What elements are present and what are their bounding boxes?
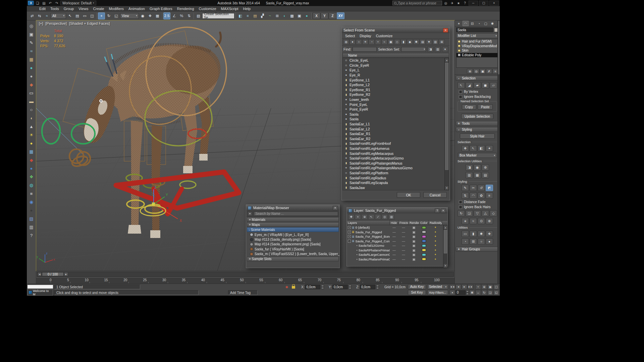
constrain-z-button[interactable]: Z (329, 12, 336, 19)
sun-icon[interactable]: ☀ (28, 131, 35, 138)
lines-icon[interactable]: ▥ (28, 224, 35, 230)
set-key-button[interactable]: Set Key (408, 290, 426, 295)
utilities-tab-icon[interactable]: ✱ (489, 21, 495, 26)
infocenter-search-input[interactable]: Type a keyword or phrase (392, 1, 442, 5)
hide-toggle[interactable]: — (390, 248, 398, 252)
freeze-toggle[interactable]: — (398, 257, 409, 261)
spinner-snap-toggle-icon[interactable]: ⇅ (185, 12, 193, 19)
render-toggle[interactable]: ▣ (409, 248, 419, 252)
go-to-end-button[interactable]: ►► (468, 284, 473, 289)
rectangular-selection-region-icon[interactable]: ▭ (81, 12, 88, 19)
column-header[interactable]: Render (409, 221, 419, 225)
pencil-icon[interactable]: ✎ (28, 39, 35, 46)
merge-selected-icon[interactable]: ⊞ (470, 238, 477, 245)
browser-options-icon[interactable]: ▼ (248, 212, 252, 216)
keyboard-override-toggle-icon[interactable]: ▦ (154, 12, 161, 19)
welcome-window[interactable]: Welcome to M (28, 289, 53, 296)
select-and-move-icon[interactable]: + (98, 12, 105, 19)
sign-in-icon[interactable]: ◎ (443, 1, 448, 5)
scene-object-row[interactable]: SaolaFrontRLegPhalangesManus (343, 161, 449, 166)
waves-icon[interactable]: ≈ (28, 48, 35, 54)
freeze-toggle[interactable]: — (398, 226, 409, 229)
zoom-extents-icon[interactable]: ▣ (487, 284, 493, 290)
modifier-stack-row[interactable]: Hair and Fur (WSM) (457, 39, 498, 44)
freeze-toggle[interactable]: — (398, 230, 409, 234)
dialog-menu-item[interactable]: Select (343, 34, 357, 38)
make-unique-button[interactable]: ▣ (480, 69, 486, 74)
select-layer-objects-icon[interactable]: ↖ (368, 214, 374, 220)
hair-cut-icon[interactable]: ✂ (470, 185, 477, 191)
menu-item[interactable]: MAXScript (219, 6, 241, 11)
menu-item[interactable]: Edit (37, 6, 48, 11)
create-tab-icon[interactable]: ✶ (456, 21, 462, 26)
expand-selection-icon[interactable]: ⊕ (482, 164, 489, 171)
select-object-icon[interactable]: ↖ (66, 12, 73, 19)
modifier-stack-row[interactable]: Skin (457, 48, 498, 53)
select-and-scale-icon[interactable]: ◱ (113, 12, 120, 19)
scene-material-row[interactable]: Saola_m ( VRayFastSSS2 ) [Lower_teeth, S… (246, 252, 339, 256)
expand-toggle-icon[interactable]: + (348, 231, 351, 234)
percent-snap-toggle-icon[interactable]: % (178, 12, 185, 19)
display-spacewarps-icon[interactable]: ≈ (381, 39, 387, 45)
close-icon[interactable]: × (333, 206, 338, 210)
menu-item[interactable]: Create (91, 6, 106, 11)
radiosity-toggle[interactable]: ✦ (429, 240, 442, 243)
radiosity-toggle[interactable]: ✦ (429, 258, 442, 261)
scene-object-row[interactable]: Circle_EyeR (343, 63, 449, 68)
render-toggle[interactable]: ▣ (409, 239, 419, 243)
attenuate-utility-icon[interactable]: ▭ (462, 231, 469, 237)
target-icon[interactable]: ◎ (28, 22, 35, 29)
previous-frame-arrow[interactable]: ◄ (38, 272, 42, 276)
stand-hairs-icon[interactable]: ◠ (470, 192, 477, 199)
expand-toggle-icon[interactable]: + (348, 226, 351, 229)
go-to-start-button[interactable]: ◄◄ (449, 284, 455, 289)
zoom-icon[interactable]: + (475, 284, 481, 290)
pop-zero-icon[interactable]: ◇ (490, 210, 497, 217)
ok-button[interactable]: OK (397, 192, 420, 198)
circle-icon[interactable]: ○ (28, 106, 35, 113)
list-view-icon[interactable]: ▤ (420, 39, 426, 45)
cube-icon[interactable]: ■ (28, 190, 35, 197)
clump-hairs-icon[interactable]: ≡ (486, 192, 493, 199)
hair-brush-icon[interactable]: ✎ (462, 185, 469, 191)
layer-properties-icon[interactable]: ▥ (388, 214, 394, 220)
menu-item[interactable]: Animation (126, 6, 147, 11)
cone-icon[interactable]: ▲ (28, 123, 35, 130)
blue-grid-icon[interactable]: ▦ (28, 148, 35, 155)
render-production-icon[interactable]: ● (303, 12, 310, 19)
select-element-icon[interactable]: ◼ (482, 82, 489, 88)
selection-lock-icon[interactable] (292, 286, 295, 289)
material-editor-icon[interactable]: ◐ (281, 12, 288, 19)
menu-item[interactable]: Tools (48, 6, 61, 11)
visibility-bulb-icon[interactable] (458, 49, 461, 52)
expand-all-icon[interactable]: ⊞ (439, 39, 445, 45)
name-column-header[interactable]: Name (342, 53, 449, 58)
recomb-icon[interactable]: ∗ (462, 218, 469, 224)
scene-object-row[interactable]: SaolaFrontRLegScapula (343, 180, 449, 185)
hide-toggle[interactable]: — (390, 257, 398, 261)
edit-named-selection-sets-icon[interactable]: ▧ (195, 12, 202, 19)
select-and-link-icon[interactable]: ⇄ (29, 12, 36, 19)
invert-selection-icon[interactable]: ◨ (466, 164, 473, 171)
layer-row[interactable]: SaolaRPhalanxPrimaGi... — — ▣ ✦ (347, 248, 447, 253)
undo-styling-icon[interactable]: ↺ (478, 185, 485, 191)
constrain-x-button[interactable]: X (313, 12, 320, 19)
column-header[interactable]: Freeze (398, 221, 409, 225)
layer-row[interactable]: SaolaTail12Gizmo — — ▣ ✦ (347, 243, 447, 248)
menu-item[interactable]: Help (241, 6, 253, 11)
time-slider-handle[interactable]: 0 / 100 (42, 272, 64, 276)
time-configuration-button[interactable]: ▦ (469, 290, 475, 295)
cancel-button[interactable]: Cancel (423, 192, 447, 198)
scroll-down-icon[interactable]: ▼ (445, 186, 449, 190)
freeze-toggle[interactable]: — (398, 239, 409, 243)
object-name-field[interactable]: Saola (456, 27, 493, 32)
expand-toggle-icon[interactable]: - (348, 240, 351, 243)
scene-object-row[interactable]: SaolaEar_L2 (343, 126, 449, 131)
layer-color-swatch[interactable] (422, 231, 426, 233)
layer-dialog-title-bar[interactable]: Layer: Saola_Fur_Rigged ? × (347, 207, 447, 214)
styling-rollout-header[interactable]: - Styling (456, 127, 499, 132)
by-vertex-checkbox[interactable] (459, 90, 462, 94)
display-tab-icon[interactable]: ▢ (483, 21, 489, 26)
panel-scrollbar[interactable] (497, 20, 500, 284)
hatch-icon[interactable]: ▧ (28, 215, 35, 222)
